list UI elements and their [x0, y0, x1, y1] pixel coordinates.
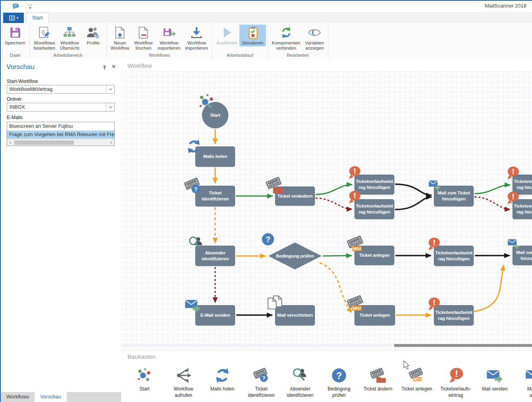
workflow-area-title: Workflow — [121, 59, 532, 71]
workflow-node-absender-identifizieren[interactable]: Absender identifizieren — [195, 246, 235, 266]
window-title: MailScanner 2018 — [485, 3, 526, 9]
workflow-node-mails-holen[interactable]: Mails holen — [195, 146, 235, 167]
ribbon-group-arbeitsbereich: {}Workflows bearbeitenWorkflow Übersicht… — [30, 23, 107, 59]
toolbox-item-mail-a-anh[interactable]: Mail a anh — [514, 366, 532, 398]
start-workflow-label: Start-Workflow — [7, 79, 38, 84]
ribbon-button-workflow-übersicht[interactable]: Workflow Übersicht — [58, 25, 82, 52]
toolbox-item-ticket-anlegen[interactable]: TICKETNEUTicket anlegen — [397, 366, 436, 398]
title-bar: —▾ MailScanner 2018 — [1, 1, 532, 12]
workflow-node-mail-zum-ticket[interactable]: Mail zum Ticket hinzufügen — [434, 186, 474, 206]
toolbox-item-mails-holen[interactable]: Mails holen — [203, 366, 242, 398]
toolbox-item-ticket-ändern[interactable]: TICKETTicket ändern — [359, 366, 397, 398]
toolbox-item-label: Ticketverlaufs- eintrag — [436, 386, 475, 398]
edit-braces-icon: {} — [38, 26, 51, 39]
ribbon-button-label: Workflows bearbeiten — [34, 40, 55, 51]
quick-access-toolbar-dropdown-icon[interactable]: —▾ — [27, 3, 33, 10]
ribbon-button-ausführen[interactable]: Ausführen — [214, 25, 239, 46]
ticket-neu-icon: TICKETNEU — [409, 367, 425, 384]
refresh-icon — [214, 367, 231, 384]
mail-send-icon — [486, 367, 503, 384]
workflow-node-tve-rechts-unten[interactable]: Ticketverlaufseint rag hinzufügen — [513, 199, 532, 219]
toolbox-item-ticket-identifizieren[interactable]: TICKET?Ticket identifizieren — [242, 366, 281, 398]
workflow-node-tve-unten[interactable]: Ticketverlaufseint rag hinzufügen — [355, 199, 394, 219]
workflow-node-ticket-veraendern[interactable]: Ticket verändern — [275, 187, 315, 206]
save-icon — [8, 26, 22, 39]
ordner-value: INBOX — [10, 103, 25, 111]
scroll-left-icon[interactable]: ‹ — [7, 140, 13, 146]
ribbon-button-simulieren[interactable]: Simulieren — [239, 25, 266, 46]
play-icon — [220, 26, 233, 39]
ribbon-button-komponenten-verbinden[interactable]: Komponenten verbinden — [270, 25, 303, 52]
toolbox-items: StartWorkflow aufrufenMails holenTICKET?… — [125, 366, 532, 398]
toolbox-title: Baukasten — [127, 353, 156, 360]
toolbox-item-label: Workflow aufrufen — [164, 386, 203, 398]
toolbox-item-label: Absender identifizieren — [281, 386, 320, 398]
scrollbar-thumb[interactable] — [14, 140, 74, 145]
workflow-node-tve-mitte[interactable]: Ticketverlaufseint rag hinzufügen — [434, 246, 474, 266]
import-down-icon — [190, 26, 203, 39]
workflow-node-ticket-identifizieren[interactable]: Ticket identifizieren — [195, 186, 235, 206]
ribbon-button-variablen-anzeigen[interactable]: Variablen anzeigen — [303, 25, 326, 52]
toolbox-item-label: Start — [125, 386, 164, 392]
ordner-label: Ordner — [7, 96, 21, 102]
start-workflow-select[interactable]: WorkflowMitVertrag — [7, 85, 115, 94]
ribbon-button-profile[interactable]: ⚙Profile — [82, 25, 105, 46]
svg-text:?: ? — [262, 375, 265, 381]
ribbon-group-bearbeiten: Komponenten verbindenVariablen anzeigenB… — [268, 23, 328, 59]
toolbox-item-absender-identifizieren[interactable]: Absender identifizieren — [281, 366, 320, 398]
ribbon-button-workflow-exportieren[interactable]: Workflow exportieren — [155, 25, 183, 52]
workflow-edge-bedingung-pruefen-to-ticket-anlegen-mitte — [323, 256, 352, 256]
ribbon-button-workflow-löschen[interactable]: Workflow löschen — [132, 25, 155, 52]
vorschau-panel: Vorschau ✕ Start-Workflow WorkflowMitVer… — [1, 59, 121, 402]
workflow-node-tve-oben[interactable]: Ticketverlaufseint rag hinzufügen — [355, 175, 394, 194]
ribbon-button-speichern[interactable]: Speichern — [2, 25, 28, 46]
workflow-node-ticket-anlegen-unten[interactable]: Ticket anlegen — [355, 305, 395, 325]
workflow-node-tve-rechts-oben[interactable]: Ticketverlaufseint rag hinzufügen — [513, 175, 532, 194]
question-circle-icon: ? — [331, 367, 347, 384]
ribbon-button-workflows-bearbeiten[interactable]: {}Workflows bearbeiten — [31, 25, 58, 52]
toolbox-item-workflow-aufrufen[interactable]: Workflow aufrufen — [164, 366, 203, 398]
toolbox-item-start[interactable]: Start — [125, 366, 164, 398]
workflow-node-start[interactable]: Start — [202, 102, 228, 128]
ordner-select[interactable]: INBOX — [7, 103, 115, 112]
chevron-down-icon[interactable] — [106, 103, 114, 111]
ribbon-button-neuer-workflow[interactable]: Neuer Workflow — [108, 25, 132, 52]
close-icon[interactable]: ✕ — [112, 63, 116, 69]
email-list-item[interactable]: Frage zum Vorgehen bei RMA Retouren mit … — [7, 131, 114, 139]
tab-vorschau[interactable]: Vorschau — [35, 392, 66, 402]
toolbox-item-label: Mail a anh — [514, 386, 532, 398]
email-list-hscrollbar[interactable]: ‹ › — [7, 139, 114, 146]
tab-start[interactable]: Start — [26, 13, 48, 23]
ticket-folder-icon: TICKET — [370, 367, 386, 384]
canvas-hscrollbar-thumb[interactable] — [394, 344, 532, 347]
toolbox-item-bedingung-prüfen[interactable]: ?Bedingung prüfen — [320, 366, 359, 398]
workflow-canvas[interactable]: StartMails holenTicket identifizierenTic… — [121, 71, 532, 350]
simulate-icon — [246, 26, 260, 39]
toolbox-item-label: Bedingung prüfen — [320, 386, 359, 398]
magnifier-person-icon — [292, 367, 308, 384]
workflow-node-mail-verschieben[interactable]: Mail verschieben — [275, 305, 315, 325]
ribbon-button-label: Speichern — [5, 40, 25, 46]
tab-workflows[interactable]: Workflows — [1, 392, 35, 402]
ribbon-button-label: Neuer Workflow — [111, 40, 129, 51]
profiles-icon: ⚙ — [87, 26, 100, 39]
ribbon-button-label: Simulieren — [242, 40, 263, 46]
scroll-right-icon[interactable]: › — [108, 140, 114, 146]
svg-text:⚙: ⚙ — [95, 34, 99, 39]
toolbox-item-ticketverlaufs-eintrag[interactable]: !Ticketverlaufs- eintrag — [436, 366, 475, 398]
app-menu-button[interactable]: ▾ — [3, 13, 24, 23]
ribbon-button-workflow-importieren[interactable]: Workflow importieren — [183, 25, 210, 52]
workflow-node-ticket-anlegen-mitte[interactable]: Ticket anlegen — [355, 246, 394, 265]
svg-text:{}: {} — [42, 29, 45, 35]
pin-icon[interactable] — [102, 65, 107, 72]
toolbox-item-mail-senden[interactable]: Mail senden — [475, 366, 514, 398]
email-list-item[interactable]: Bluescreen an Server Fujitsu — [7, 122, 114, 131]
ribbon-group-arbeitsablauf: AusführenSimulierenArbeitsablauf — [212, 23, 268, 59]
workflow-node-email-senden[interactable]: E-Mail senden — [195, 305, 235, 325]
chevron-down-icon[interactable] — [106, 85, 114, 93]
workflow-node-tve-ganz-unten[interactable]: Ticketverlaufseint rag hinzufügen — [434, 305, 474, 325]
workflow-node-mail-zum-ticket-rechts[interactable]: Mail zum Ticket hinzufügen — [513, 246, 532, 265]
email-list: Bluescreen an Server FujitsuFrage zum Vo… — [7, 122, 115, 146]
ribbon-button-label: Komponenten verbinden — [272, 40, 301, 51]
toolbox-item-label: Ticket identifizieren — [242, 386, 281, 398]
